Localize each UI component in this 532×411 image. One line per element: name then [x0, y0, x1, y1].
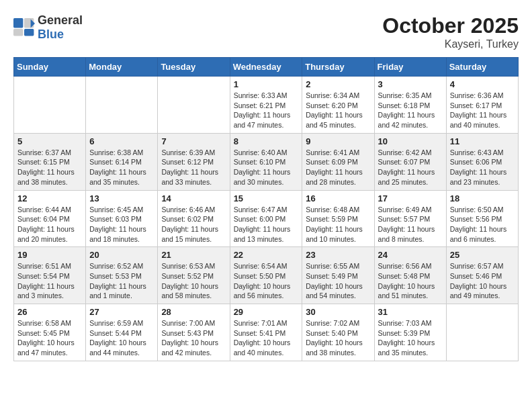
calendar-cell: 9Sunrise: 6:41 AMSunset: 6:09 PMDaylight…	[302, 133, 374, 190]
day-number: 30	[306, 307, 370, 317]
day-info: Sunrise: 6:34 AMSunset: 6:20 PMDaylight:…	[306, 91, 370, 130]
weekday-header-tuesday: Tuesday	[158, 58, 230, 77]
day-info: Sunrise: 6:57 AMSunset: 5:46 PMDaylight:…	[450, 261, 515, 301]
weekday-header-friday: Friday	[374, 58, 446, 77]
logo-blue-text: Blue	[38, 28, 64, 41]
calendar-cell: 30Sunrise: 7:02 AMSunset: 5:40 PMDayligh…	[302, 304, 374, 361]
day-number: 10	[378, 136, 443, 146]
day-number: 3	[378, 79, 443, 89]
location-title: Kayseri, Turkey	[382, 38, 519, 50]
day-info: Sunrise: 6:55 AMSunset: 5:49 PMDaylight:…	[306, 261, 370, 301]
day-number: 11	[450, 136, 515, 146]
day-number: 14	[161, 193, 226, 203]
calendar-cell: 11Sunrise: 6:43 AMSunset: 6:06 PMDayligh…	[446, 133, 518, 190]
calendar-cell: 22Sunrise: 6:54 AMSunset: 5:50 PMDayligh…	[230, 247, 302, 304]
day-info: Sunrise: 6:58 AMSunset: 5:45 PMDaylight:…	[17, 318, 82, 358]
day-info: Sunrise: 6:52 AMSunset: 5:53 PMDaylight:…	[89, 261, 154, 301]
calendar-cell: 24Sunrise: 6:56 AMSunset: 5:48 PMDayligh…	[374, 247, 446, 304]
day-number: 8	[234, 136, 299, 146]
page-header: General Blue October 2025 Kayseri, Turke…	[13, 13, 519, 50]
day-info: Sunrise: 6:39 AMSunset: 6:12 PMDaylight:…	[161, 148, 226, 187]
calendar-cell: 29Sunrise: 7:01 AMSunset: 5:41 PMDayligh…	[230, 304, 302, 361]
calendar-cell: 14Sunrise: 6:46 AMSunset: 6:02 PMDayligh…	[158, 190, 230, 247]
calendar-cell: 12Sunrise: 6:44 AMSunset: 6:04 PMDayligh…	[14, 190, 86, 247]
day-info: Sunrise: 7:02 AMSunset: 5:40 PMDaylight:…	[306, 318, 370, 358]
day-number: 13	[89, 193, 154, 203]
title-block: October 2025 Kayseri, Turkey	[382, 13, 519, 50]
calendar-cell	[86, 77, 158, 134]
calendar-week-row: 19Sunrise: 6:51 AMSunset: 5:54 PMDayligh…	[14, 247, 519, 304]
svg-rect-3	[24, 29, 34, 36]
calendar-cell: 2Sunrise: 6:34 AMSunset: 6:20 PMDaylight…	[302, 77, 374, 134]
day-number: 31	[378, 307, 443, 317]
calendar-cell: 23Sunrise: 6:55 AMSunset: 5:49 PMDayligh…	[302, 247, 374, 304]
calendar-header-row: SundayMondayTuesdayWednesdayThursdayFrid…	[14, 58, 519, 77]
logo-icon	[13, 18, 35, 37]
day-info: Sunrise: 6:40 AMSunset: 6:10 PMDaylight:…	[234, 148, 299, 187]
weekday-header-monday: Monday	[86, 58, 158, 77]
day-info: Sunrise: 6:56 AMSunset: 5:48 PMDaylight:…	[378, 261, 443, 301]
day-number: 24	[378, 250, 443, 260]
day-info: Sunrise: 6:35 AMSunset: 6:18 PMDaylight:…	[378, 91, 443, 130]
calendar-cell: 5Sunrise: 6:37 AMSunset: 6:15 PMDaylight…	[14, 133, 86, 190]
day-number: 25	[450, 250, 515, 260]
day-info: Sunrise: 6:53 AMSunset: 5:52 PMDaylight:…	[161, 261, 226, 301]
weekday-header-wednesday: Wednesday	[230, 58, 302, 77]
day-number: 7	[161, 136, 226, 146]
day-info: Sunrise: 6:41 AMSunset: 6:09 PMDaylight:…	[306, 148, 370, 187]
calendar-cell: 3Sunrise: 6:35 AMSunset: 6:18 PMDaylight…	[374, 77, 446, 134]
calendar-cell: 4Sunrise: 6:36 AMSunset: 6:17 PMDaylight…	[446, 77, 518, 134]
day-info: Sunrise: 7:01 AMSunset: 5:41 PMDaylight:…	[234, 318, 299, 358]
day-number: 6	[89, 136, 154, 146]
day-number: 12	[17, 193, 82, 203]
calendar-cell: 19Sunrise: 6:51 AMSunset: 5:54 PMDayligh…	[14, 247, 86, 304]
calendar-cell: 18Sunrise: 6:50 AMSunset: 5:56 PMDayligh…	[446, 190, 518, 247]
calendar-cell: 27Sunrise: 6:59 AMSunset: 5:44 PMDayligh…	[86, 304, 158, 361]
calendar-cell: 8Sunrise: 6:40 AMSunset: 6:10 PMDaylight…	[230, 133, 302, 190]
day-number: 9	[306, 136, 370, 146]
day-number: 22	[234, 250, 299, 260]
calendar-cell: 31Sunrise: 7:03 AMSunset: 5:39 PMDayligh…	[374, 304, 446, 361]
day-info: Sunrise: 6:49 AMSunset: 5:57 PMDaylight:…	[378, 205, 443, 244]
calendar-week-row: 1Sunrise: 6:33 AMSunset: 6:21 PMDaylight…	[14, 77, 519, 134]
weekday-header-thursday: Thursday	[302, 58, 374, 77]
day-number: 16	[306, 193, 370, 203]
day-number: 2	[306, 79, 370, 89]
calendar-cell: 25Sunrise: 6:57 AMSunset: 5:46 PMDayligh…	[446, 247, 518, 304]
calendar-week-row: 26Sunrise: 6:58 AMSunset: 5:45 PMDayligh…	[14, 304, 519, 361]
day-number: 19	[17, 250, 82, 260]
calendar-cell	[158, 77, 230, 134]
logo: General Blue	[13, 13, 83, 42]
day-number: 5	[17, 136, 82, 146]
day-info: Sunrise: 6:37 AMSunset: 6:15 PMDaylight:…	[17, 148, 82, 187]
calendar-cell: 1Sunrise: 6:33 AMSunset: 6:21 PMDaylight…	[230, 77, 302, 134]
day-number: 1	[234, 79, 299, 89]
day-info: Sunrise: 6:59 AMSunset: 5:44 PMDaylight:…	[89, 318, 154, 358]
day-number: 17	[378, 193, 443, 203]
calendar-cell: 7Sunrise: 6:39 AMSunset: 6:12 PMDaylight…	[158, 133, 230, 190]
weekday-header-saturday: Saturday	[446, 58, 518, 77]
logo-general-text: General	[38, 13, 83, 27]
calendar-table: SundayMondayTuesdayWednesdayThursdayFrid…	[13, 57, 519, 361]
calendar-cell: 20Sunrise: 6:52 AMSunset: 5:53 PMDayligh…	[86, 247, 158, 304]
day-number: 27	[89, 307, 154, 317]
calendar-cell: 13Sunrise: 6:45 AMSunset: 6:03 PMDayligh…	[86, 190, 158, 247]
day-number: 28	[161, 307, 226, 317]
calendar-cell: 10Sunrise: 6:42 AMSunset: 6:07 PMDayligh…	[374, 133, 446, 190]
day-info: Sunrise: 6:43 AMSunset: 6:06 PMDaylight:…	[450, 148, 515, 187]
svg-rect-0	[13, 18, 23, 28]
day-number: 4	[450, 79, 515, 89]
day-number: 20	[89, 250, 154, 260]
day-info: Sunrise: 6:33 AMSunset: 6:21 PMDaylight:…	[234, 91, 299, 130]
calendar-week-row: 5Sunrise: 6:37 AMSunset: 6:15 PMDaylight…	[14, 133, 519, 190]
day-info: Sunrise: 6:44 AMSunset: 6:04 PMDaylight:…	[17, 205, 82, 244]
day-info: Sunrise: 6:47 AMSunset: 6:00 PMDaylight:…	[234, 205, 299, 244]
calendar-cell	[14, 77, 86, 134]
day-info: Sunrise: 6:50 AMSunset: 5:56 PMDaylight:…	[450, 205, 515, 244]
svg-rect-2	[13, 29, 23, 36]
day-number: 23	[306, 250, 370, 260]
calendar-cell: 16Sunrise: 6:48 AMSunset: 5:59 PMDayligh…	[302, 190, 374, 247]
day-info: Sunrise: 6:46 AMSunset: 6:02 PMDaylight:…	[161, 205, 226, 244]
day-info: Sunrise: 6:51 AMSunset: 5:54 PMDaylight:…	[17, 261, 82, 301]
calendar-cell: 17Sunrise: 6:49 AMSunset: 5:57 PMDayligh…	[374, 190, 446, 247]
